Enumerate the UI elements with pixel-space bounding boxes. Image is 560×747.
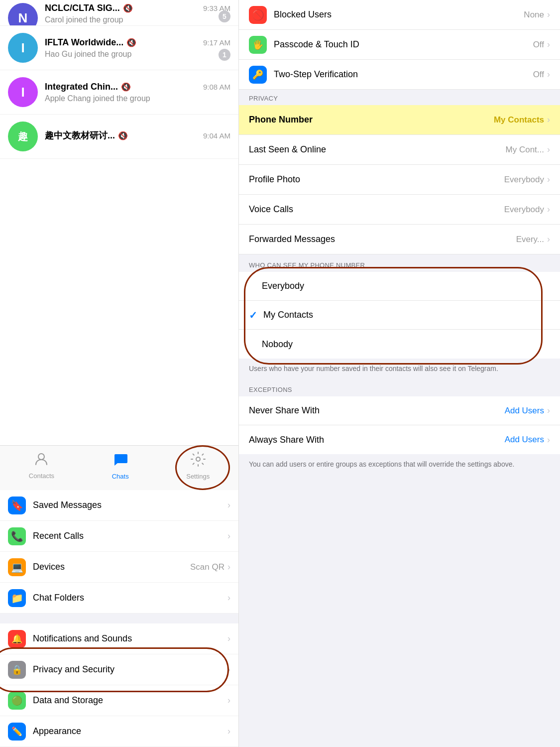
passcode-item[interactable]: 🖐 Passcode & Touch ID Off › <box>239 30 560 60</box>
phone-options: Everybody ✓ My Contacts Nobody <box>239 272 560 359</box>
chat-content-integrated: Integrated Chin... 🔇 9:08 AM Apple Chang… <box>45 82 230 103</box>
option-everybody[interactable]: Everybody <box>239 272 560 301</box>
tab-settings[interactable]: Settings <box>186 451 210 480</box>
two-step-value: Off <box>533 70 544 80</box>
notifications-chevron: › <box>227 633 230 644</box>
never-share-value: Add Users <box>505 406 544 416</box>
contacts-icon <box>34 452 49 470</box>
mute-icon-qu: 🔇 <box>118 131 128 140</box>
passcode-icon: 🖐 <box>249 36 267 54</box>
notifications-label: Notifications and Sounds <box>33 633 227 644</box>
chat-folders-icon: 📁 <box>8 589 26 607</box>
chat-preview-iflta: Hao Gu joined the group <box>45 50 230 59</box>
chat-name-iflta: IFLTA Worldwide... 🔇 <box>45 37 136 48</box>
data-storage-icon: 🟢 <box>8 692 26 710</box>
privacy-items-section: Phone Number My Contacts › Last Seen & O… <box>239 105 560 254</box>
chat-preview: Carol joined the group <box>45 15 230 24</box>
blocked-users-label: Blocked Users <box>274 9 524 20</box>
appearance-label: Appearance <box>33 726 227 737</box>
forwarded-messages-label: Forwarded Messages <box>249 234 516 245</box>
chat-time-qu: 9:04 AM <box>203 131 230 140</box>
recent-calls-label: Recent Calls <box>33 531 227 541</box>
passcode-value: Off <box>533 40 544 50</box>
blocked-users-item[interactable]: 🚫 Blocked Users None › <box>239 0 560 30</box>
settings-chat-folders[interactable]: 📁 Chat Folders › <box>0 583 238 614</box>
tab-chats-label: Chats <box>112 473 129 480</box>
mute-icon: 🔇 <box>123 3 133 13</box>
tab-settings-label: Settings <box>186 473 210 480</box>
always-share-label: Always Share With <box>249 435 505 445</box>
devices-value: Scan QR <box>190 562 224 572</box>
chats-icon <box>112 451 128 471</box>
two-step-label: Two-Step Verification <box>274 69 533 80</box>
settings-recent-calls[interactable]: 📞 Recent Calls › <box>0 521 238 552</box>
settings-appearance[interactable]: ✏️ Appearance › <box>0 716 238 747</box>
forwarded-messages-chevron: › <box>547 234 550 245</box>
tab-contacts[interactable]: Contacts <box>29 452 54 480</box>
appearance-icon: ✏️ <box>8 723 26 741</box>
always-share-value: Add Users <box>505 435 544 445</box>
badge: 5 <box>219 10 230 22</box>
blocked-users-icon: 🚫 <box>249 6 267 24</box>
profile-photo-chevron: › <box>547 174 550 185</box>
chat-folders-chevron: › <box>227 593 230 603</box>
avatar-integrated: I <box>8 77 38 107</box>
privacy-section-header: PRIVACY <box>239 90 560 105</box>
voice-calls-label: Voice Calls <box>249 204 504 215</box>
settings-data-storage[interactable]: 🟢 Data and Storage › <box>0 685 238 716</box>
chat-content: NCLC/CLTA SIG... 🔇 9:33 AM Carol joined … <box>45 3 230 24</box>
phone-number-item[interactable]: Phone Number My Contacts › <box>239 105 560 135</box>
everybody-label: Everybody <box>262 281 304 291</box>
always-share-item[interactable]: Always Share With Add Users › <box>239 425 560 454</box>
my-contacts-check: ✓ <box>249 309 257 321</box>
settings-devices[interactable]: 💻 Devices Scan QR › <box>0 552 238 583</box>
last-seen-value: My Cont... <box>506 145 544 155</box>
settings-notifications[interactable]: 🔔 Notifications and Sounds › <box>0 623 238 654</box>
svg-point-0 <box>38 454 44 460</box>
mute-icon-integrated: 🔇 <box>121 82 131 92</box>
phone-number-value: My Contacts <box>494 115 544 125</box>
saved-messages-label: Saved Messages <box>33 500 227 510</box>
forwarded-messages-item[interactable]: Forwarded Messages Every... › <box>239 225 560 254</box>
chat-item-partial[interactable]: N NCLC/CLTA SIG... 🔇 9:33 AM Carol joine… <box>0 0 238 26</box>
two-step-icon: 🔑 <box>249 66 267 84</box>
settings-icon <box>190 451 206 471</box>
settings-list: 🔖 Saved Messages › 📞 Recent Calls › 💻 De… <box>0 490 238 747</box>
chat-item-integrated[interactable]: I Integrated Chin... 🔇 9:08 AM Apple Cha… <box>0 70 238 115</box>
my-contacts-label: My Contacts <box>263 310 313 320</box>
chat-content-iflta: IFLTA Worldwide... 🔇 9:17 AM Hao Gu join… <box>45 37 230 59</box>
saved-messages-icon: 🔖 <box>8 497 26 514</box>
who-can-see-header: WHO CAN SEE MY PHONE NUMBER <box>239 254 560 272</box>
never-share-chevron: › <box>547 405 550 416</box>
option-nobody[interactable]: Nobody <box>239 330 560 359</box>
two-step-chevron: › <box>547 69 550 80</box>
last-seen-item[interactable]: Last Seen & Online My Cont... › <box>239 135 560 165</box>
passcode-label: Passcode & Touch ID <box>274 39 533 50</box>
avatar: N <box>8 3 38 26</box>
settings-privacy[interactable]: 🔒 Privacy and Security › <box>0 654 238 685</box>
voice-calls-item[interactable]: Voice Calls Everybody › <box>239 195 560 225</box>
blocked-users-chevron: › <box>547 9 550 20</box>
chat-time-iflta: 9:17 AM <box>203 38 230 47</box>
settings-saved-messages[interactable]: 🔖 Saved Messages › <box>0 490 238 521</box>
never-share-label: Never Share With <box>249 405 505 416</box>
option-my-contacts[interactable]: ✓ My Contacts <box>239 301 560 330</box>
profile-photo-value: Everybody <box>504 175 544 185</box>
chat-item-iflta[interactable]: I IFLTA Worldwide... 🔇 9:17 AM Hao Gu jo… <box>0 26 238 70</box>
chat-item-qu[interactable]: 趣 趣中文教材研讨... 🔇 9:04 AM <box>0 115 238 159</box>
privacy-icon: 🔒 <box>8 661 26 679</box>
never-share-item[interactable]: Never Share With Add Users › <box>239 396 560 425</box>
tab-chats[interactable]: Chats <box>112 451 129 480</box>
tab-bar: Contacts Chats Settings <box>0 445 238 490</box>
phone-number-chevron: › <box>547 115 550 125</box>
chat-time-integrated: 9:08 AM <box>203 83 230 91</box>
nobody-label: Nobody <box>262 339 293 350</box>
chat-preview-integrated: Apple Chang joined the group <box>45 94 230 103</box>
avatar-iflta: I <box>8 33 38 63</box>
two-step-item[interactable]: 🔑 Two-Step Verification Off › <box>239 60 560 90</box>
forwarded-messages-value: Every... <box>516 235 544 245</box>
settings-divider <box>0 614 238 623</box>
profile-photo-item[interactable]: Profile Photo Everybody › <box>239 165 560 195</box>
always-share-chevron: › <box>547 435 550 445</box>
last-seen-label: Last Seen & Online <box>249 144 506 155</box>
